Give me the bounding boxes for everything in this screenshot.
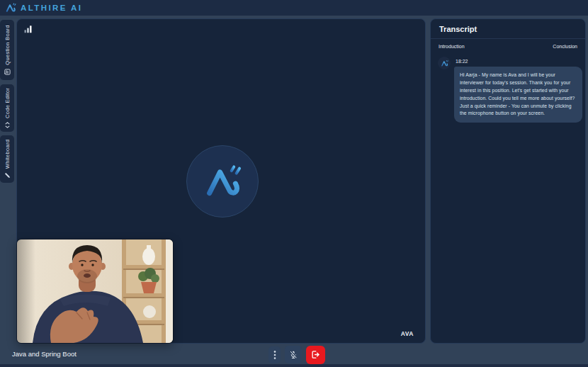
message-timestamp: 18:22 <box>456 59 582 64</box>
sidebar-item-question-board[interactable]: Question Board <box>0 20 14 80</box>
leave-call-icon <box>310 349 321 360</box>
board-icon <box>4 69 11 75</box>
self-video-tile[interactable] <box>17 239 173 343</box>
althire-logo-icon <box>203 162 242 201</box>
leave-call-button[interactable] <box>306 346 325 364</box>
kebab-menu-icon <box>271 350 279 360</box>
althire-logo-icon <box>441 60 448 67</box>
section-label-introduction: Introduction <box>439 44 465 49</box>
mic-off-icon <box>288 350 298 360</box>
transcript-message: 18:22 Hi Aarja - My name is Ava and I wi… <box>431 51 585 123</box>
message-bubble: Hi Aarja - My name is Ava and I will be … <box>454 67 582 123</box>
section-label-conclusion: Conclusion <box>553 44 577 49</box>
more-options-button[interactable] <box>268 346 281 363</box>
transcript-panel: Transcript Introduction Conclusion 18:22… <box>430 18 586 344</box>
microphone-toggle-button[interactable] <box>285 346 302 363</box>
code-icon <box>4 122 11 128</box>
app-header: ALTHIRE AI <box>0 0 588 16</box>
bottom-edge-strip <box>0 364 588 367</box>
sidebar-item-label: Code Editor <box>4 88 11 118</box>
pen-icon <box>4 172 11 179</box>
sidebar-item-code-editor[interactable]: Code Editor <box>0 84 14 132</box>
speaker-name-label: AVA <box>401 330 414 337</box>
ai-avatar <box>438 57 451 69</box>
sidebar-item-label: Question Board <box>4 25 11 64</box>
transcript-section-row: Introduction Conclusion <box>431 39 585 51</box>
sidebar-item-whiteboard[interactable]: Whiteboard <box>0 135 14 183</box>
transcript-title: Transcript <box>431 19 585 38</box>
call-controls <box>268 345 325 364</box>
interviewer-video-stage: AVA <box>16 18 426 344</box>
signal-bars-icon <box>24 23 33 36</box>
brand-wordmark: ALTHIRE AI <box>21 4 82 12</box>
ai-interviewer-avatar <box>186 145 259 218</box>
session-title: Java and Spring Boot <box>12 344 77 364</box>
sidebar-item-label: Whiteboard <box>4 140 11 169</box>
althire-logo-icon <box>5 2 16 13</box>
